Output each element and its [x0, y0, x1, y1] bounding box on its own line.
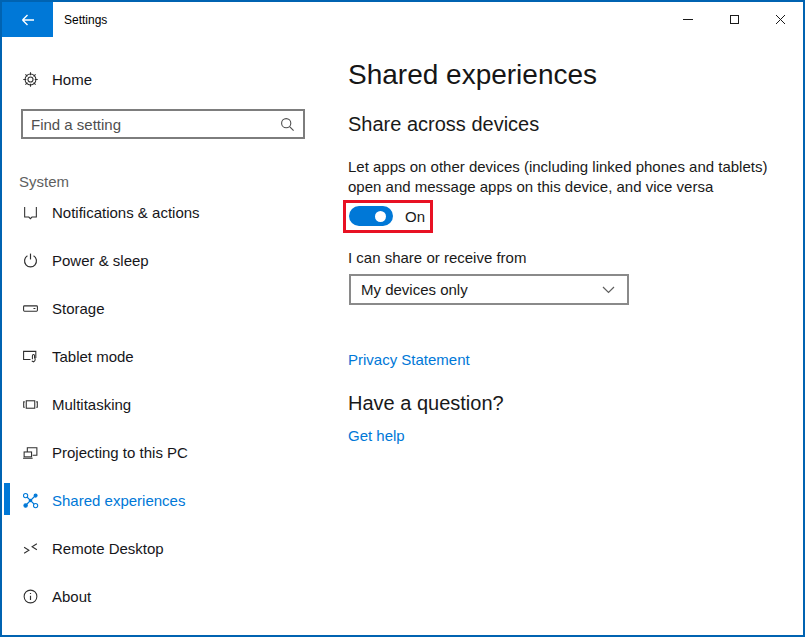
- toggle-state-label: On: [405, 208, 425, 225]
- maximize-icon: [730, 15, 739, 24]
- sidebar-item-tablet-mode[interactable]: Tablet mode: [2, 339, 332, 373]
- dropdown-selected-value: My devices only: [351, 281, 602, 298]
- close-icon: [775, 14, 786, 25]
- sidebar-item-label: Remote Desktop: [52, 540, 164, 557]
- sidebar-item-power-sleep[interactable]: Power & sleep: [2, 243, 332, 277]
- gear-icon: [22, 71, 39, 88]
- sidebar-item-label: Notifications & actions: [52, 204, 200, 221]
- description-line1: Let apps on other devices (including lin…: [348, 158, 767, 175]
- maximize-button[interactable]: [711, 2, 757, 37]
- description-line2: open and message apps on this device, an…: [348, 178, 713, 195]
- title-bar: Settings: [2, 2, 803, 38]
- sidebar-item-notifications-actions[interactable]: Notifications & actions: [2, 195, 332, 229]
- tablet-mode-icon: [22, 348, 39, 365]
- power-icon: [22, 252, 39, 269]
- sidebar-item-shared-experiences[interactable]: Shared experiences: [2, 483, 332, 517]
- sidebar-item-home[interactable]: Home: [22, 64, 92, 94]
- have-a-question-title: Have a question?: [348, 392, 504, 415]
- privacy-statement-link[interactable]: Privacy Statement: [348, 351, 470, 368]
- back-arrow-icon: [20, 13, 36, 27]
- storage-icon: [22, 300, 39, 317]
- sidebar-item-storage[interactable]: Storage: [2, 291, 332, 325]
- search-box: [21, 109, 305, 139]
- about-icon: [22, 588, 39, 605]
- sidebar-item-label: Tablet mode: [52, 348, 134, 365]
- sidebar-item-label: Power & sleep: [52, 252, 149, 269]
- sidebar-item-remote-desktop[interactable]: Remote Desktop: [2, 531, 332, 565]
- share-across-devices-toggle[interactable]: [349, 206, 393, 226]
- multitasking-icon: [22, 396, 39, 413]
- search-input[interactable]: [23, 116, 280, 133]
- sidebar-item-multitasking[interactable]: Multitasking: [2, 387, 332, 421]
- get-help-link[interactable]: Get help: [348, 427, 405, 444]
- sidebar-item-projecting[interactable]: Projecting to this PC: [2, 435, 332, 469]
- remote-desktop-icon: [22, 540, 39, 557]
- search-icon[interactable]: [280, 117, 295, 132]
- close-button[interactable]: [757, 2, 803, 37]
- chevron-down-icon: [602, 286, 615, 294]
- toggle-knob: [375, 211, 386, 222]
- sidebar-item-label: Projecting to this PC: [52, 444, 188, 461]
- page-title: Shared experiences: [348, 59, 597, 91]
- sidebar-item-label: Home: [52, 71, 92, 88]
- back-button[interactable]: [2, 2, 53, 37]
- projecting-icon: [22, 444, 39, 461]
- window-controls: [665, 2, 803, 37]
- shared-experiences-icon: [22, 492, 39, 509]
- window-title: Settings: [64, 2, 107, 37]
- sidebar-item-label: Storage: [52, 300, 105, 317]
- minimize-icon: [683, 19, 693, 20]
- share-from-dropdown[interactable]: My devices only: [349, 274, 629, 305]
- sidebar-section-system: System: [19, 173, 69, 190]
- minimize-button[interactable]: [665, 2, 711, 37]
- sidebar-item-label: About: [52, 588, 91, 605]
- settings-window: Settings: [0, 0, 805, 637]
- section-title: Share across devices: [348, 113, 539, 136]
- sidebar-item-about[interactable]: About: [2, 579, 332, 613]
- share-from-label: I can share or receive from: [348, 249, 526, 266]
- sidebar-item-label: Multitasking: [52, 396, 131, 413]
- sidebar-item-label: Shared experiences: [52, 492, 185, 509]
- notifications-icon: [22, 204, 39, 221]
